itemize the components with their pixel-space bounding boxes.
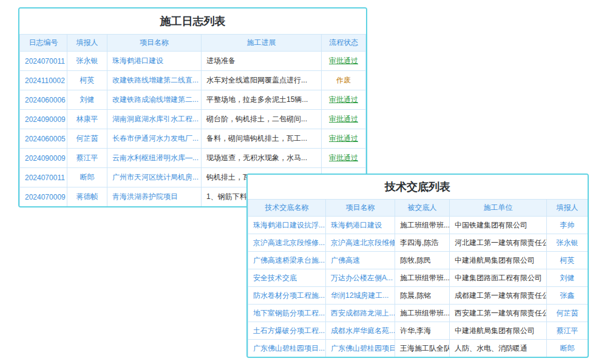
disclosure-name-cell[interactable]: 土石方爆破分项工程... xyxy=(248,322,326,340)
reporter-cell[interactable]: 断郎 xyxy=(67,168,107,187)
col-header-unit: 施工单位 xyxy=(450,200,547,217)
disclosure-name-cell[interactable]: 安全技术交底 xyxy=(248,269,326,287)
project-link-cell[interactable]: 万达办公楼左侧A... xyxy=(326,269,395,287)
disclosure-name-cell[interactable]: 京沪高速北京段维修... xyxy=(248,234,326,252)
table-row: 土石方爆破分项工程...成都水岸华庭名苑...许华,李海中建港航局集团有限公司蔡… xyxy=(248,322,588,340)
reporter-cell[interactable]: 柯英 xyxy=(67,71,107,90)
disclosure-name-cell[interactable]: 防水卷材分项工程施... xyxy=(248,287,326,305)
progress-cell: 水车对全线遮阳网覆盖点进行... xyxy=(202,71,322,90)
reporter-cell[interactable]: 断郎 xyxy=(547,340,588,357)
log-id-cell[interactable]: 2024060005 xyxy=(20,129,67,149)
col-header-progress: 施工进展 xyxy=(202,35,322,52)
table-row: 广东佛山碧桂园项目...广东佛山碧桂园项目王海施工队全队人防、水电、消防暖通断郎 xyxy=(248,340,588,357)
unit-cell: 中建港航局集团有限公司 xyxy=(450,322,547,340)
unit-cell: 中建港航局集团有限公司 xyxy=(450,252,547,269)
log-id-cell[interactable]: 2024110002 xyxy=(20,71,67,90)
table-row: 地下室钢筋分项工程...西安成都路龙湖上...施工班组带班...西安建工第一建筑… xyxy=(248,305,588,322)
log-id-cell[interactable]: 2024090009 xyxy=(20,149,67,168)
recipient-cell: 施工班组带班... xyxy=(395,305,450,322)
unit-cell: 成都建工第一建筑有限责任公司 xyxy=(450,287,547,305)
reporter-cell[interactable]: 何芷茵 xyxy=(547,305,588,322)
col-header-project: 项目名称 xyxy=(326,200,395,217)
unit-cell: 中国铁建集团有限公司 xyxy=(450,217,547,234)
reporter-cell[interactable]: 张永银 xyxy=(547,234,588,252)
unit-cell: 中建集团路面工程有限公司 xyxy=(450,269,547,287)
progress-cell: 砌台阶，钩机排土，二包砌间... xyxy=(202,110,322,129)
project-link-cell[interactable]: 改建铁路线增建第二线直... xyxy=(107,71,202,90)
project-link-cell[interactable]: 湖南洞庭湖水库引水工程... xyxy=(107,110,202,129)
reporter-cell[interactable]: 柯英 xyxy=(547,252,588,269)
log-id-cell[interactable]: 2024070009 xyxy=(20,187,67,207)
table-row: 2024090009蔡江平云南水利枢纽潜明水库—...现场巡查，无积水现象，水马… xyxy=(20,149,366,168)
col-header-reporter: 填报人 xyxy=(547,200,588,217)
reporter-cell[interactable]: 蔡江平 xyxy=(67,149,107,168)
unit-cell: 人防、水电、消防暖通 xyxy=(450,340,547,357)
project-link-cell[interactable]: 广佛高速 xyxy=(326,252,395,269)
project-link-cell[interactable]: 广东佛山碧桂园项目 xyxy=(326,340,395,357)
project-link-cell[interactable]: 京沪高速北京段维修 xyxy=(326,234,395,252)
project-link-cell[interactable]: 长春市伊通河水力发电厂... xyxy=(107,129,202,149)
status-cell[interactable]: 审批通过 xyxy=(322,90,366,110)
status-cell[interactable]: 审批通过 xyxy=(322,110,366,129)
technical-disclosure-table: 技术交底名称 项目名称 被交底人 施工单位 填报人 珠海鹤港口建设抗浮...珠海… xyxy=(248,199,588,357)
reporter-cell[interactable]: 林康平 xyxy=(67,110,107,129)
table-row: 2024090009林康平湖南洞庭湖水库引水工程...砌台阶，钩机排土，二包砌间… xyxy=(20,110,366,129)
reporter-cell[interactable]: 张鑫 xyxy=(547,287,588,305)
project-link-cell[interactable]: 改建铁路成渝线增建第二... xyxy=(107,90,202,110)
table-row: 2024060005何芷茵长春市伊通河水力发电厂...备料，砌间墙钩机排土，瓦工… xyxy=(20,129,366,149)
table-row: 广佛高速桥梁承台施...广佛高速陈牧,陈民中建港航局集团有限公司柯英 xyxy=(248,252,588,269)
recipient-cell: 施工班组带班... xyxy=(395,269,450,287)
recipient-cell: 王海施工队全队 xyxy=(395,340,450,357)
disclosure-name-cell[interactable]: 广东佛山碧桂园项目... xyxy=(248,340,326,357)
log-id-cell[interactable]: 2024060006 xyxy=(20,90,67,110)
reporter-cell[interactable]: 张永银 xyxy=(67,52,107,71)
page: { "colors": { "panel_border": "#5ed2e2",… xyxy=(0,0,607,364)
log-id-cell[interactable]: 2024070011 xyxy=(20,52,67,71)
project-link-cell[interactable]: 成都水岸华庭名苑... xyxy=(326,322,395,340)
progress-cell: 现场巡查，无积水现象，水马... xyxy=(202,149,322,168)
table-header-row: 日志编号 填报人 项目名称 施工进展 流程状态 xyxy=(20,35,366,52)
unit-cell: 西安建工第一建筑有限责任公司 xyxy=(450,305,547,322)
project-link-cell[interactable]: 珠海鹤港口建设 xyxy=(107,52,202,71)
col-header-project: 项目名称 xyxy=(107,35,202,52)
table-header-row: 技术交底名称 项目名称 被交底人 施工单位 填报人 xyxy=(248,200,588,217)
table-row: 2024070011张永银珠海鹤港口建设进场准备审批通过 xyxy=(20,52,366,71)
status-cell[interactable]: 作废 xyxy=(322,71,366,90)
status-cell[interactable]: 审批通过 xyxy=(322,129,366,149)
project-link-cell[interactable]: 西安成都路龙湖上... xyxy=(326,305,395,322)
table-row: 珠海鹤港口建设抗浮...珠海鹤港口建设施工班组带班...中国铁建集团有限公司李帅 xyxy=(248,217,588,234)
reporter-cell[interactable]: 刘健 xyxy=(67,90,107,110)
status-cell[interactable]: 审批通过 xyxy=(322,149,366,168)
project-link-cell[interactable]: 广州市天河区统计局机房... xyxy=(107,168,202,187)
recipient-cell: 许华,李海 xyxy=(395,322,450,340)
col-header-status: 流程状态 xyxy=(322,35,366,52)
reporter-cell[interactable]: 蔡江平 xyxy=(547,322,588,340)
table-row: 防水卷材分项工程施...华润12城房建工...陈晨,陈铭成都建工第一建筑有限责任… xyxy=(248,287,588,305)
recipient-cell: 李四海,陈浩 xyxy=(395,234,450,252)
col-header-disclosure-name: 技术交底名称 xyxy=(248,200,326,217)
progress-cell: 进场准备 xyxy=(202,52,322,71)
reporter-cell[interactable]: 李帅 xyxy=(547,217,588,234)
table-row: 安全技术交底万达办公楼左侧A...施工班组带班...中建集团路面工程有限公司刘健 xyxy=(248,269,588,287)
project-link-cell[interactable]: 青海洪湖养护院项目 xyxy=(107,187,202,207)
log-id-cell[interactable]: 2024070011 xyxy=(20,168,67,187)
reporter-cell[interactable]: 何芷茵 xyxy=(67,129,107,149)
recipient-cell: 陈晨,陈铭 xyxy=(395,287,450,305)
col-header-recipient: 被交底人 xyxy=(395,200,450,217)
technical-disclosure-title: 技术交底列表 xyxy=(248,175,588,199)
col-header-reporter: 填报人 xyxy=(67,35,107,52)
reporter-cell[interactable]: 刘健 xyxy=(547,269,588,287)
recipient-cell: 施工班组带班... xyxy=(395,217,450,234)
reporter-cell[interactable]: 蒋德帧 xyxy=(67,187,107,207)
status-cell[interactable]: 审批通过 xyxy=(322,52,366,71)
unit-cell: 河北建工第一建筑有限责任公司 xyxy=(450,234,547,252)
recipient-cell: 陈牧,陈民 xyxy=(395,252,450,269)
disclosure-name-cell[interactable]: 地下室钢筋分项工程... xyxy=(248,305,326,322)
project-link-cell[interactable]: 华润12城房建工... xyxy=(326,287,395,305)
project-link-cell[interactable]: 珠海鹤港口建设 xyxy=(326,217,395,234)
disclosure-name-cell[interactable]: 珠海鹤港口建设抗浮... xyxy=(248,217,326,234)
project-link-cell[interactable]: 云南水利枢纽潜明水库—... xyxy=(107,149,202,168)
disclosure-name-cell[interactable]: 广佛高速桥梁承台施... xyxy=(248,252,326,269)
log-id-cell[interactable]: 2024090009 xyxy=(20,110,67,129)
disclosure-body: 珠海鹤港口建设抗浮...珠海鹤港口建设施工班组带班...中国铁建集团有限公司李帅… xyxy=(248,217,588,357)
